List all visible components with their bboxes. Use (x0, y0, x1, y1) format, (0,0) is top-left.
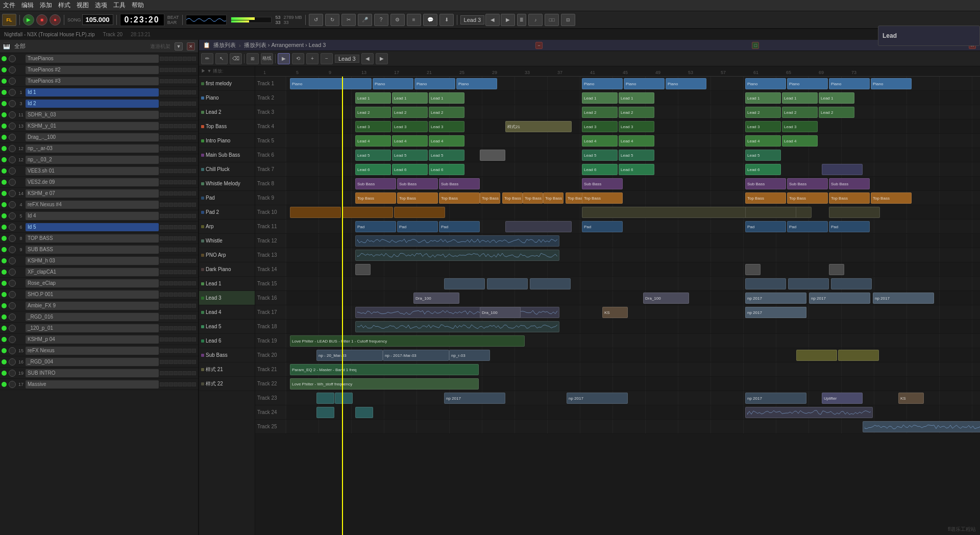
track-row-content[interactable] (286, 405, 980, 419)
pattern-block[interactable]: Sub Bass (787, 178, 828, 189)
channel-row[interactable]: 12np_-_03_2 (0, 154, 198, 165)
pattern-block[interactable]: Lead 2 (819, 107, 854, 118)
pattern-block[interactable] (487, 278, 528, 289)
channel-mute-btn[interactable] (9, 55, 16, 62)
channel-led[interactable] (2, 281, 7, 286)
pattern-block[interactable] (444, 278, 485, 289)
pattern-block[interactable]: Pad (397, 221, 438, 232)
channel-mute-btn[interactable] (9, 235, 16, 242)
pattern-block[interactable]: Lead 3 (582, 121, 618, 132)
pattern-block[interactable]: Piano (624, 78, 665, 89)
pattern-block[interactable]: Love Philter - LEAD BUS - Filter 1 - Cut… (290, 335, 525, 347)
pl-play-btn[interactable]: ▶ (278, 53, 290, 64)
channel-row[interactable]: 4reFX Nexus #4 (0, 199, 198, 210)
channel-led[interactable] (2, 146, 7, 151)
pl-arrow-left-btn[interactable]: ◀ (361, 53, 374, 64)
pattern-block[interactable]: Piano (745, 78, 786, 89)
pattern-block[interactable] (745, 207, 796, 218)
channel-row[interactable]: 13KSHM_y_01 (0, 120, 198, 132)
pattern-item[interactable]: Pad (199, 191, 255, 205)
pattern-block[interactable]: Piano (787, 78, 828, 89)
channel-led[interactable] (2, 292, 7, 297)
channel-led[interactable] (2, 236, 7, 241)
download-btn[interactable]: ⬇ (439, 14, 454, 26)
pattern-block[interactable]: Top Bass (829, 192, 870, 204)
pattern-block[interactable] (355, 321, 559, 332)
pattern-block[interactable]: np - 20_Mar-03 (316, 350, 383, 361)
menu-style[interactable]: 样式 (58, 1, 70, 10)
channel-mute-btn[interactable] (9, 370, 16, 377)
pattern-item[interactable]: Lead 6 (199, 334, 255, 348)
channel-name[interactable]: SHO.P 001 (26, 290, 159, 299)
channel-name[interactable]: np_-_ar-03 (26, 144, 159, 153)
channel-led[interactable] (2, 270, 7, 275)
channel-row[interactable]: _120_p_01 (0, 323, 198, 334)
track-row-content[interactable]: Dra_100KSnp 2017np 2017 (286, 305, 980, 319)
pattern-block[interactable]: Piano (666, 78, 706, 89)
pl-zoom-out-btn[interactable]: − (321, 53, 333, 64)
channel-mute-btn[interactable] (9, 66, 16, 74)
pattern-block[interactable]: Piano (373, 78, 413, 89)
pattern-item[interactable]: Whistle (199, 234, 255, 248)
pattern-block[interactable]: KS (602, 307, 628, 318)
channel-mute-btn[interactable] (9, 201, 16, 208)
mixer-btn[interactable]: ≡ (407, 14, 421, 26)
pl-arrow-right-btn[interactable]: ▶ (376, 53, 388, 64)
pattern-block[interactable]: Uplifter (822, 393, 863, 404)
pattern-block[interactable]: Lead 5 (355, 150, 391, 161)
pattern-item[interactable]: Top Bass (199, 119, 255, 134)
pattern-block[interactable]: Lead 3 (392, 121, 428, 132)
pattern-block[interactable]: Lead 6 (355, 164, 391, 175)
channel-name[interactable]: SUB INTRO (26, 369, 159, 377)
pattern-block[interactable] (342, 207, 393, 218)
pattern-block[interactable]: Lead 1 (619, 92, 654, 104)
pattern-block[interactable]: Lead 6 (392, 164, 428, 175)
channel-led[interactable] (2, 359, 7, 364)
pattern-block[interactable] (355, 235, 559, 247)
channel-row[interactable]: SHO.P 001 (0, 289, 198, 300)
channel-name[interactable]: VES2.de 09 (26, 178, 159, 186)
track-row-content[interactable]: PianoPianoPianoPianoPianoPianoPianoPiano… (286, 77, 980, 90)
channel-row[interactable]: 3Id 2 (0, 98, 198, 109)
channel-row[interactable]: 12np_-_ar-03 (0, 143, 198, 154)
pattern-block[interactable]: Lead 2 (619, 107, 654, 118)
pattern-block[interactable]: Top Bass (439, 192, 480, 204)
pattern-block[interactable] (480, 150, 505, 161)
channel-row[interactable]: 16_RGD_004 (0, 356, 198, 368)
channel-row[interactable]: KSHM_h 03 (0, 255, 198, 266)
pattern-block[interactable]: Lead 5 (392, 150, 428, 161)
channel-led[interactable] (2, 101, 7, 106)
channel-led[interactable] (2, 112, 7, 117)
pattern-block[interactable] (745, 407, 873, 418)
pattern-block[interactable]: Lead 1 (782, 92, 818, 104)
pattern-block[interactable]: KS (898, 393, 924, 404)
pattern-item[interactable]: first melody (199, 77, 255, 91)
channel-mute-btn[interactable] (9, 78, 16, 85)
view-piano-btn[interactable]: ♪ (528, 14, 543, 26)
track-row-content[interactable]: Top BassTop BassTop BassTop BassTop Bass… (286, 191, 980, 205)
channel-led[interactable] (2, 337, 7, 342)
pl-snap-btn[interactable]: ⊞ (247, 53, 259, 64)
channel-name[interactable]: _120_p_01 (26, 324, 159, 332)
channel-name[interactable]: reFX Nexus #4 (26, 201, 159, 209)
channel-mute-btn[interactable] (9, 212, 16, 220)
pattern-block[interactable] (796, 350, 837, 361)
channel-led[interactable] (2, 124, 7, 129)
channel-name[interactable]: Massive (26, 380, 159, 388)
pattern-block[interactable]: Lead 6 (619, 164, 654, 175)
stop-button[interactable]: ■ (36, 14, 47, 26)
pattern-block[interactable]: Param_EQ 2 - Master - Band 1 freq (290, 364, 479, 375)
pattern-block[interactable] (822, 164, 863, 175)
pattern-block[interactable]: Pad (582, 221, 623, 232)
pattern-block[interactable]: Piano (871, 78, 912, 89)
track-row-content[interactable]: Lead 4Lead 4Lead 4Lead 4Lead 4Lead 4Lead… (286, 134, 980, 148)
channel-mute-btn[interactable] (9, 381, 16, 388)
view-mixer-btn[interactable]: ⊟ (561, 14, 575, 26)
pattern-block[interactable] (829, 207, 880, 218)
channel-mute-btn[interactable] (9, 156, 16, 163)
channel-row[interactable]: Ambie_FX 9 (0, 300, 198, 311)
pattern-block[interactable] (355, 264, 371, 275)
pattern-block[interactable]: Lead 1 (745, 92, 781, 104)
pattern-block[interactable] (745, 278, 786, 289)
channel-mute-btn[interactable] (9, 167, 16, 175)
